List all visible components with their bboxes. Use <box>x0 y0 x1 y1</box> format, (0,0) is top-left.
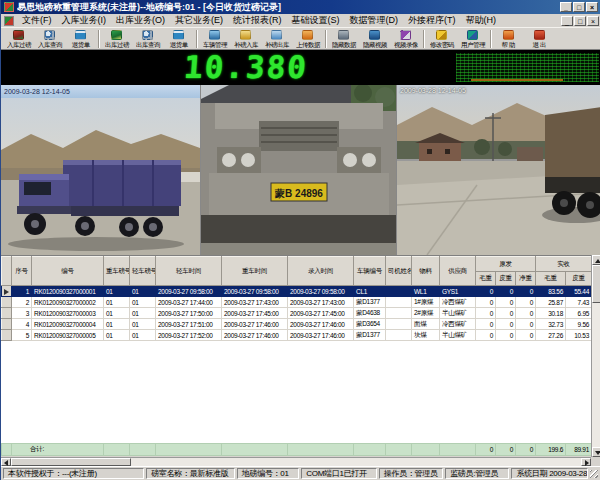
hide-data-icon <box>338 30 349 40</box>
toolbar: 入库过磅 入库查询 退货单 出库过磅 出库查询 退货单 车辆管理 补磅入库 补磅… <box>1 28 600 50</box>
total-origin-gross: 0 <box>476 444 496 456</box>
col-empty-time[interactable]: 轻车时间 <box>156 257 222 286</box>
scroll-right-icon[interactable] <box>581 458 591 466</box>
scroll-left-icon[interactable] <box>1 458 11 466</box>
camera-strip: 2009-03-28 12-14-05 <box>1 85 600 255</box>
mdi-child-icon <box>4 16 14 26</box>
license-plate-text: 蒙B 24896 <box>274 188 323 199</box>
col-received-tare[interactable]: 皮重 <box>566 272 591 286</box>
resize-grip[interactable] <box>590 468 599 479</box>
menu-outbound[interactable]: 出库业务(O) <box>111 13 170 28</box>
col-vehicle-no[interactable]: 车辆编号 <box>354 257 386 286</box>
makeup-inbound-icon <box>240 30 251 40</box>
hide-video-icon <box>369 30 380 40</box>
status-weigher: 监磅员:管理员 <box>445 468 509 479</box>
vehicle-manage-icon <box>209 30 220 40</box>
toolbar-separator <box>423 30 424 48</box>
camera-1-timestamp: 2009-03-28 12-14-05 <box>1 85 200 98</box>
btn-video-record[interactable]: 视频录像 <box>390 28 421 49</box>
btn-makeup-inbound[interactable]: 补磅入库 <box>230 28 261 49</box>
toolbar-separator <box>196 30 197 48</box>
status-bar: 本软件授权于：---(未注册) 磅室名称：最新标准版 地磅编号：01 COM端口… <box>1 466 600 480</box>
close-button-icon[interactable]: × <box>586 2 598 12</box>
menu-file[interactable]: 文件(F) <box>17 13 57 28</box>
led-matrix-cursor-line <box>471 79 563 81</box>
col-entry-time[interactable]: 录入时间 <box>288 257 354 286</box>
scroll-down-icon[interactable] <box>592 447 600 457</box>
scroll-up-icon[interactable] <box>592 255 600 265</box>
col-origin-tare[interactable]: 皮重 <box>496 272 516 286</box>
camera-2-image: 蒙B 24896 <box>201 85 396 255</box>
mdi-minimize-icon[interactable]: _ <box>561 16 573 26</box>
col-material[interactable]: 物料 <box>412 257 440 286</box>
btn-hide-video[interactable]: 隐藏视频 <box>359 28 390 49</box>
col-origin-gross[interactable]: 毛重 <box>476 272 496 286</box>
mdi-close-icon[interactable]: × <box>587 16 599 26</box>
horizontal-scrollbar[interactable] <box>1 457 591 466</box>
btn-change-password[interactable]: 修改密码 <box>426 28 457 49</box>
minimize-button-icon[interactable]: _ <box>560 2 572 12</box>
btn-inbound-weigh[interactable]: 入库过磅 <box>3 28 34 49</box>
status-license: 本软件授权于：---(未注册) <box>3 468 144 479</box>
table-row[interactable]: 5RK0120090327000005 0101 2009-03-27 17:5… <box>2 330 592 341</box>
menu-base-settings[interactable]: 基础设置(S) <box>287 13 345 28</box>
col-seq[interactable]: 序号 <box>12 257 32 286</box>
menu-bar: 文件(F) 入库业务(I) 出库业务(O) 其它业务(E) 统计报表(R) 基础… <box>1 14 600 28</box>
btn-exit[interactable]: 退 出 <box>524 28 555 49</box>
col-loaded-time[interactable]: 重车时间 <box>222 257 288 286</box>
col-empty-scale-no[interactable]: 轻车磅号 <box>130 257 156 286</box>
col-record-no[interactable]: 编号 <box>32 257 104 286</box>
menu-help[interactable]: 帮助(H) <box>461 13 502 28</box>
col-driver-name[interactable]: 司机姓名 <box>386 257 412 286</box>
menu-plugins[interactable]: 外接程序(T) <box>403 13 461 28</box>
btn-outbound-query[interactable]: 出库查询 <box>132 28 163 49</box>
mdi-restore-icon[interactable]: □ <box>574 16 586 26</box>
btn-vehicle-manage[interactable]: 车辆管理 <box>199 28 230 49</box>
col-origin-net[interactable]: 净重 <box>516 272 536 286</box>
btn-return-note-out[interactable]: 退货单 <box>163 28 194 49</box>
table-row[interactable]: 2RK0120090327000002 0101 2009-03-27 17:4… <box>2 297 592 308</box>
btn-return-note-in[interactable]: 退货单 <box>65 28 96 49</box>
status-scale-no: 地磅编号：01 <box>237 468 299 479</box>
btn-outbound-weigh[interactable]: 出库过磅 <box>101 28 132 49</box>
col-supplier[interactable]: 供应商 <box>440 257 476 286</box>
total-origin-tare: 0 <box>496 444 516 456</box>
menu-reports[interactable]: 统计报表(R) <box>228 13 287 28</box>
btn-upload-data[interactable]: 上传数据 <box>292 28 323 49</box>
inbound-query-icon <box>44 30 55 40</box>
inbound-weigh-icon <box>13 30 24 40</box>
outbound-weigh-icon <box>111 30 122 40</box>
change-password-icon <box>436 30 447 40</box>
table-row[interactable]: 1RK0120090327000001 0101 2009-03-27 09:5… <box>2 286 592 297</box>
menu-inbound[interactable]: 入库业务(I) <box>57 13 112 28</box>
maximize-button-icon[interactable]: □ <box>573 2 585 12</box>
status-station-name: 磅室名称：最新标准版 <box>146 468 235 479</box>
led-weight-value: 10.380 <box>183 49 310 85</box>
total-label: 合计: <box>12 444 104 456</box>
col-loaded-scale-no[interactable]: 重车磅号 <box>104 257 130 286</box>
total-received-tare: 89.91 <box>566 444 592 456</box>
status-operator: 操作员：管理员 <box>379 468 443 479</box>
vertical-scrollbar[interactable] <box>591 255 600 457</box>
menu-data-manage[interactable]: 数据管理(D) <box>345 13 404 28</box>
video-record-icon <box>400 30 411 40</box>
col-group-origin: 原发 <box>476 257 536 272</box>
table-row[interactable]: 3RK0120090327000003 0101 2009-03-27 17:5… <box>2 308 592 319</box>
btn-hide-data[interactable]: 隐藏数据 <box>328 28 359 49</box>
makeup-outbound-icon <box>271 30 282 40</box>
btn-inbound-query[interactable]: 入库查询 <box>34 28 65 49</box>
return-note-icon <box>173 30 184 40</box>
table-row[interactable]: 4RK0120090327000004 0101 2009-03-27 17:5… <box>2 319 592 330</box>
col-received-gross[interactable]: 毛重 <box>536 272 566 286</box>
user-manage-icon <box>467 30 478 40</box>
return-note-icon <box>75 30 86 40</box>
horizontal-scroll-thumb[interactable] <box>11 458 131 466</box>
btn-makeup-outbound[interactable]: 补磅出库 <box>261 28 292 49</box>
btn-help[interactable]: 帮 助 <box>493 28 524 49</box>
menu-other-business[interactable]: 其它业务(E) <box>170 13 228 28</box>
app-icon <box>4 2 14 12</box>
btn-user-manage[interactable]: 用户管理 <box>457 28 488 49</box>
status-system-date: 系统日期 2009-03-28 <box>511 468 587 479</box>
window-title: 易思地磅称重管理系统(未注册)--地磅编号:01 - [今日收货过磅记录] <box>17 1 557 14</box>
vertical-scroll-thumb[interactable] <box>592 265 600 303</box>
